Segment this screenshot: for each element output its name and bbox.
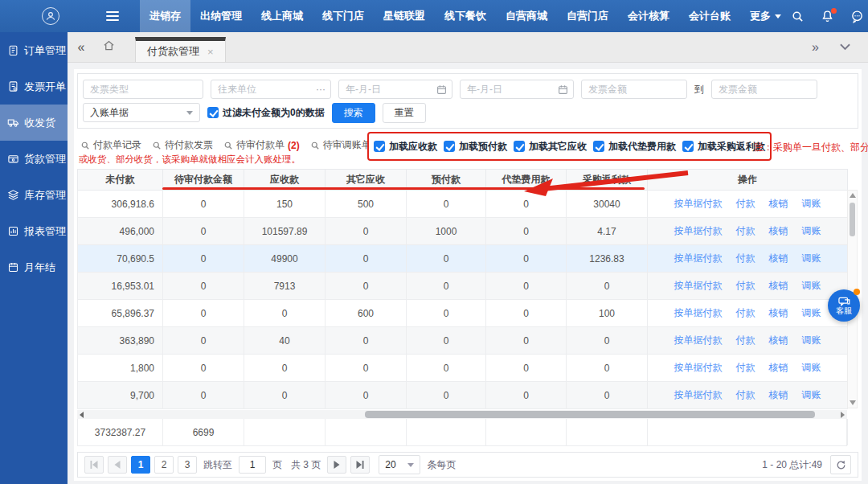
reset-button[interactable]: 重置 [383, 103, 426, 123]
sidebar-item-shipping[interactable]: 收发货 [0, 105, 68, 141]
quicklink[interactable]: 待审付款单(2) [223, 138, 300, 152]
page-number-button[interactable]: 3 [178, 456, 197, 474]
action-link[interactable]: 核销 [769, 334, 788, 347]
action-link[interactable]: 付款 [736, 388, 755, 402]
scroll-up-icon[interactable] [850, 193, 856, 198]
hamburger-menu-icon[interactable] [106, 11, 119, 21]
action-link[interactable]: 核销 [769, 197, 788, 211]
action-link[interactable]: 核销 [769, 252, 788, 265]
action-link[interactable]: 付款 [736, 252, 755, 265]
sidebar-item-order[interactable]: 订单管理 [0, 32, 68, 68]
action-link[interactable]: 调账 [802, 388, 821, 402]
load-option-checkbox[interactable]: 加载预付款 [444, 140, 507, 154]
load-option-checkbox[interactable]: 加载应收款 [374, 140, 437, 154]
prev-page-button[interactable] [108, 456, 127, 474]
vertical-scroll-thumb[interactable] [850, 203, 855, 236]
calendar-icon[interactable] [558, 84, 568, 95]
search-icon[interactable] [791, 10, 805, 23]
scroll-left-icon[interactable] [80, 412, 84, 418]
user-avatar-icon[interactable] [42, 7, 59, 25]
action-link[interactable]: 按单据付款 [674, 252, 723, 265]
search-button[interactable]: 搜索 [332, 103, 375, 123]
messages-chat-icon[interactable] [850, 10, 864, 23]
sidebar-item-inventory[interactable]: 库存管理 [0, 177, 68, 213]
topnav-item[interactable]: 出纳管理 [190, 0, 252, 32]
partner-picker-icon[interactable]: ··· [316, 84, 326, 95]
sidebar-item-payment[interactable]: 货款管理 [0, 141, 68, 177]
horizontal-scrollbar[interactable] [77, 410, 847, 419]
calendar-icon[interactable] [436, 84, 447, 95]
scroll-right-icon[interactable] [841, 412, 845, 418]
table-row[interactable]: 1,800000000按单据付款付款核销调账 [78, 355, 848, 382]
load-option-checkbox[interactable]: 加载采购返利款 [682, 140, 765, 154]
topnav-more[interactable]: 更多 [740, 0, 791, 32]
topnav-item[interactable]: 自营门店 [557, 0, 618, 32]
horizontal-scroll-thumb[interactable] [365, 411, 815, 418]
topnav-item[interactable]: 星链联盟 [374, 0, 435, 32]
action-link[interactable]: 调账 [802, 306, 821, 320]
action-link[interactable]: 付款 [736, 361, 755, 375]
table-row[interactable]: 363,8900400000按单据付款付款核销调账 [78, 327, 848, 355]
collapse-sidebar-icon[interactable]: « [68, 40, 95, 55]
action-link[interactable]: 调账 [802, 197, 821, 211]
filter-zero-checkbox[interactable]: 过滤未付金额为0的数据 [207, 106, 325, 120]
action-link[interactable]: 核销 [769, 388, 788, 402]
scroll-down-icon[interactable] [850, 400, 856, 405]
action-link[interactable]: 调账 [802, 361, 821, 375]
table-row[interactable]: 16,953.01079130000按单据付款付款核销调账 [78, 273, 848, 300]
action-link[interactable]: 调账 [802, 224, 821, 238]
action-link[interactable]: 核销 [769, 224, 788, 238]
entry-doc-select[interactable]: 入账单据 [83, 103, 200, 122]
action-link[interactable]: 核销 [769, 279, 788, 293]
action-link[interactable]: 调账 [802, 334, 821, 347]
topnav-item[interactable]: 自营商城 [496, 0, 557, 32]
load-option-checkbox[interactable]: 加载其它应收 [514, 140, 587, 154]
customer-service-button[interactable]: 客服 [828, 289, 860, 322]
action-link[interactable]: 付款 [736, 279, 755, 293]
action-link[interactable]: 核销 [769, 306, 788, 320]
action-link[interactable]: 调账 [802, 252, 821, 265]
action-link[interactable]: 按单据付款 [674, 388, 723, 402]
topnav-item[interactable]: 会计台账 [679, 0, 740, 32]
home-icon[interactable] [95, 39, 122, 55]
amount-max-input[interactable] [711, 80, 817, 99]
action-link[interactable]: 核销 [769, 361, 788, 375]
topnav-item[interactable]: 线下餐饮 [435, 0, 496, 32]
expand-tabs-icon[interactable]: » [812, 40, 819, 55]
date-to-input[interactable] [460, 80, 574, 99]
date-from-input[interactable] [338, 80, 452, 99]
action-link[interactable]: 按单据付款 [674, 279, 723, 293]
table-row[interactable]: 496,0000101597.890100004.17按单据付款付款核销调账 [78, 218, 848, 245]
tab-list-chevron-icon[interactable] [840, 43, 850, 51]
topnav-item[interactable]: 线上商城 [252, 0, 313, 32]
action-link[interactable]: 付款 [736, 224, 755, 238]
table-row[interactable]: 70,690.50499000001236.83按单据付款付款核销调账 [78, 245, 848, 273]
action-link[interactable]: 按单据付款 [674, 361, 723, 375]
action-link[interactable]: 按单据付款 [674, 334, 723, 347]
action-link[interactable]: 付款 [736, 306, 755, 320]
table-row[interactable]: 9,700000000按单据付款付款核销调账 [78, 382, 848, 409]
load-option-checkbox[interactable]: 加载代垫费用款 [593, 140, 676, 154]
table-row[interactable]: 306,918.601505000030040按单据付款付款核销调账 [78, 191, 848, 218]
action-link[interactable]: 按单据付款 [674, 306, 723, 320]
action-link[interactable]: 付款 [736, 334, 755, 347]
sidebar-item-calendar[interactable]: 月年结 [0, 249, 68, 285]
last-page-button[interactable] [350, 456, 370, 474]
amount-min-input[interactable] [581, 80, 687, 99]
topnav-item[interactable]: 进销存 [140, 0, 190, 32]
notifications-bell-icon[interactable] [821, 10, 834, 23]
close-tab-icon[interactable]: × [207, 46, 214, 58]
invoice-type-input[interactable] [83, 80, 203, 99]
refresh-button[interactable] [830, 455, 851, 474]
first-page-button[interactable] [84, 456, 104, 474]
sidebar-item-invoice[interactable]: 发票开单 [0, 68, 68, 105]
action-link[interactable]: 调账 [802, 279, 821, 293]
quicklink[interactable]: 待付款发票 [152, 138, 213, 152]
topnav-item[interactable]: 线下门店 [313, 0, 374, 32]
quicklink[interactable]: 付款单记录 [80, 138, 141, 152]
jump-page-input[interactable] [239, 456, 266, 474]
table-row[interactable]: 65,896.370060000100按单据付款付款核销调账 [78, 300, 848, 327]
topnav-item[interactable]: 会计核算 [618, 0, 679, 32]
page-number-button[interactable]: 1 [131, 456, 150, 474]
tab-pay-goods[interactable]: 付货款管理 × [135, 37, 226, 62]
